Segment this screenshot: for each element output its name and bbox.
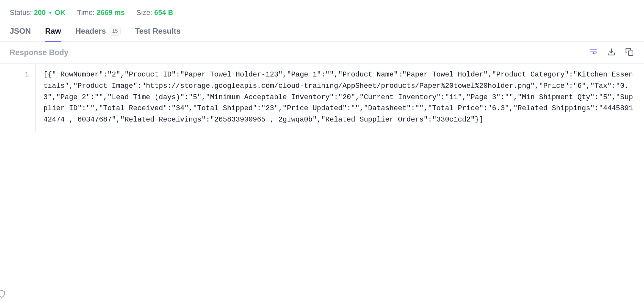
status-separator-dot: • xyxy=(49,8,51,17)
copy-icon xyxy=(625,48,634,57)
status-group: Status: 200 • OK xyxy=(10,8,65,17)
status-code: 200 xyxy=(34,8,46,17)
raw-response-content[interactable]: [{"_RowNumber":"2","Product ID":"Paper T… xyxy=(36,64,644,132)
response-body-header: Response Body xyxy=(0,42,644,64)
tab-headers-label: Headers xyxy=(75,27,106,36)
download-icon xyxy=(607,48,616,57)
tab-json[interactable]: JSON xyxy=(10,27,31,41)
tab-raw[interactable]: Raw xyxy=(45,27,61,41)
line-number-gutter: 1 xyxy=(0,64,36,132)
size-value: 654 B xyxy=(154,8,173,17)
time-label: Time: xyxy=(77,8,94,17)
headers-count-badge: 15 xyxy=(109,27,121,36)
response-body-title: Response Body xyxy=(10,48,68,57)
wrap-lines-icon xyxy=(589,48,597,57)
response-code-area: 1 [{"_RowNumber":"2","Product ID":"Paper… xyxy=(0,64,644,132)
tab-test-results[interactable]: Test Results xyxy=(135,27,181,41)
response-body-actions xyxy=(588,48,634,57)
status-label: Status: xyxy=(10,8,32,17)
size-label: Size: xyxy=(136,8,152,17)
status-text: OK xyxy=(55,8,65,17)
tab-headers[interactable]: Headers 15 xyxy=(75,27,121,41)
svg-rect-3 xyxy=(628,51,633,55)
response-status-bar: Status: 200 • OK Time: 2669 ms Size: 654… xyxy=(0,0,644,23)
size-group: Size: 654 B xyxy=(136,8,173,17)
download-button[interactable] xyxy=(606,48,616,57)
time-group: Time: 2669 ms xyxy=(77,8,125,17)
copy-button[interactable] xyxy=(625,48,634,57)
wrap-lines-button[interactable] xyxy=(588,48,598,57)
time-value: 2669 ms xyxy=(97,8,125,17)
shield-icon xyxy=(0,290,6,299)
line-number: 1 xyxy=(0,69,29,81)
response-tabs: JSON Raw Headers 15 Test Results xyxy=(0,23,644,42)
